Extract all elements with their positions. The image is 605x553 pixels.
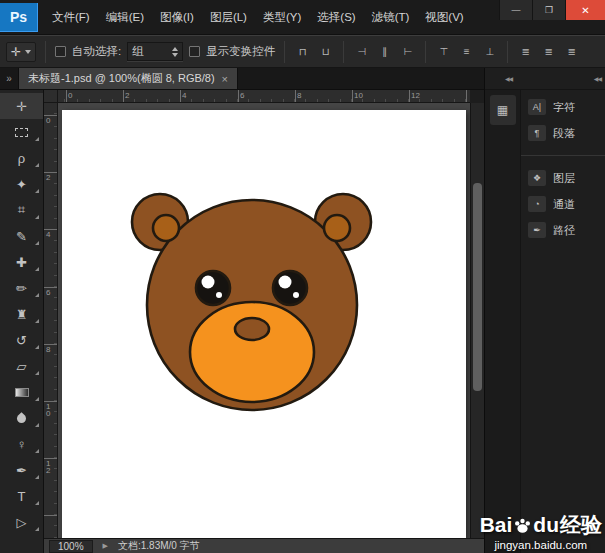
tool-preset-button[interactable]: ✛ [6, 42, 36, 62]
photoshop-window: Ps 文件(F) 编辑(E) 图像(I) 图层(L) 类型(Y) 选择(S) 滤… [0, 0, 605, 553]
tab-close-icon[interactable]: × [222, 73, 228, 85]
menu-image[interactable]: 图像(I) [152, 4, 202, 31]
dock-header: ◀◀ ◀◀ [485, 68, 605, 90]
history-brush-tool-icon: ↺ [16, 333, 27, 348]
watermark-text: 经验 [560, 511, 602, 539]
separator [521, 155, 605, 156]
history-brush-tool[interactable]: ↺ [0, 327, 43, 353]
distribute-horizontal-centers-icon[interactable]: ≣ [541, 44, 557, 60]
auto-select-checkbox[interactable] [55, 46, 66, 57]
collapse-panels-icon[interactable]: ◀◀ [594, 75, 601, 82]
clone-stamp-tool-icon: ♜ [16, 307, 28, 322]
brush-tool[interactable]: ✏ [0, 275, 43, 301]
menu-file[interactable]: 文件(F) [44, 4, 98, 31]
distribute-left-edges-icon[interactable]: ≣ [518, 44, 534, 60]
menu-edit[interactable]: 编辑(E) [98, 4, 152, 31]
bear-eye-highlight [216, 292, 222, 298]
paragraph-panel-button[interactable]: ¶ 段落 [521, 120, 605, 146]
blur-tool-icon [15, 412, 28, 425]
layers-panel-button[interactable]: ❖ 图层 [521, 165, 605, 191]
bear-drawing [62, 110, 466, 538]
distribute-top-edges-icon[interactable]: ⊤ [436, 44, 452, 60]
menu-filter[interactable]: 滤镜(T) [364, 4, 418, 31]
close-button[interactable]: ✕ [565, 0, 605, 20]
restore-button[interactable]: ❐ [532, 0, 565, 20]
toolbox-collapse-icon[interactable]: » [0, 68, 18, 89]
vertical-ruler: 0 2 4 6 8 10 12 [44, 103, 58, 538]
ruler-label: 8 [297, 91, 301, 100]
distribute-vertical-centers-icon[interactable]: ≡ [459, 44, 475, 60]
tool-flyout-indicator [35, 241, 39, 245]
align-left-edges-icon[interactable]: ⊣ [354, 44, 370, 60]
dodge-tool[interactable]: ♀ [0, 431, 43, 457]
auto-select-dropdown[interactable]: 组 [127, 42, 183, 61]
vertical-scrollbar[interactable] [470, 103, 484, 538]
move-tool[interactable]: ✛ [0, 93, 43, 119]
document-tab[interactable]: 未标题-1.psd @ 100%(椭圆 8, RGB/8) × [18, 68, 238, 89]
eyedropper-tool-icon: ✎ [16, 229, 27, 244]
zoom-level-field[interactable]: 100% [49, 540, 93, 553]
align-right-edges-icon[interactable]: ⊢ [400, 44, 416, 60]
path-selection-tool[interactable]: ▷ [0, 509, 43, 535]
eraser-tool[interactable]: ▱ [0, 353, 43, 379]
lasso-tool[interactable]: ρ [0, 145, 43, 171]
show-transform-label: 显示变换控件 [206, 44, 275, 59]
watermark-url: jingyan.baidu.com [480, 539, 602, 551]
show-transform-checkbox[interactable] [189, 46, 200, 57]
crop-tool[interactable]: ⌗ [0, 197, 43, 223]
bear-nose [235, 318, 269, 340]
quick-selection-tool[interactable]: ✦ [0, 171, 43, 197]
separator [507, 41, 508, 63]
pen-tool[interactable]: ✒ [0, 457, 43, 483]
paragraph-panel-label: 段落 [553, 126, 575, 141]
quick-selection-tool-icon: ✦ [16, 177, 27, 192]
tool-flyout-indicator [35, 189, 39, 193]
tool-flyout-indicator [35, 527, 39, 531]
right-panel-dock: ◀◀ ◀◀ ▦ A| 字符 ¶ 段落 ❖ [484, 68, 605, 553]
tab-strip: » 未标题-1.psd @ 100%(椭圆 8, RGB/8) × [0, 68, 484, 90]
healing-brush-tool-icon: ✚ [16, 255, 27, 270]
panel-button-column: A| 字符 ¶ 段落 ❖ 图层 ◔ 通道 ✒ 路径 [521, 90, 605, 553]
channels-panel-button[interactable]: ◔ 通道 [521, 191, 605, 217]
ruler-corner [44, 90, 58, 103]
character-panel-label: 字符 [553, 100, 575, 115]
paths-panel-button[interactable]: ✒ 路径 [521, 217, 605, 243]
spot-healing-brush-tool[interactable]: ✚ [0, 249, 43, 275]
status-menu-arrow-icon[interactable]: ▶ [103, 542, 108, 550]
separator [343, 41, 344, 63]
photoshop-logo: Ps [0, 3, 38, 32]
ruler-label: 0 [68, 91, 72, 100]
document-canvas[interactable] [62, 110, 466, 538]
clone-stamp-tool[interactable]: ♜ [0, 301, 43, 327]
menu-layer[interactable]: 图层(L) [202, 4, 255, 31]
baidu-paw-icon [514, 517, 531, 534]
ruler-label: 12 [411, 91, 420, 100]
distribute-bottom-edges-icon[interactable]: ⊥ [482, 44, 498, 60]
scrollbar-thumb[interactable] [473, 183, 482, 391]
align-horizontal-centers-icon[interactable]: ∥ [377, 44, 393, 60]
menu-select[interactable]: 选择(S) [309, 4, 363, 31]
ruler-label: 2 [125, 91, 129, 100]
align-top-edges-icon[interactable]: ⊓ [295, 44, 311, 60]
tool-flyout-indicator [35, 319, 39, 323]
align-bottom-edges-icon[interactable]: ⊔ [318, 44, 334, 60]
menu-type[interactable]: 类型(Y) [255, 4, 309, 31]
ruler-label: 6 [46, 289, 54, 296]
eyedropper-tool[interactable]: ✎ [0, 223, 43, 249]
horizontal-type-tool[interactable]: T [0, 483, 43, 509]
distribute-right-edges-icon[interactable]: ≣ [564, 44, 580, 60]
gradient-tool[interactable] [0, 379, 43, 405]
collapse-panels-icon[interactable]: ◀◀ [505, 75, 512, 82]
tool-flyout-indicator [35, 215, 39, 219]
menu-view[interactable]: 视图(V) [417, 4, 471, 31]
rectangular-marquee-tool[interactable] [0, 119, 43, 145]
bear-right-eye [273, 271, 307, 305]
minimize-button[interactable]: — [499, 0, 532, 20]
bear-eye-highlight [293, 292, 299, 298]
blur-tool[interactable] [0, 405, 43, 431]
channels-panel-label: 通道 [553, 197, 575, 212]
ruler-label: 10 [354, 91, 363, 100]
ruler-label: 4 [182, 91, 186, 100]
collapsed-panel-button[interactable]: ▦ [490, 95, 516, 125]
character-panel-button[interactable]: A| 字符 [521, 94, 605, 120]
